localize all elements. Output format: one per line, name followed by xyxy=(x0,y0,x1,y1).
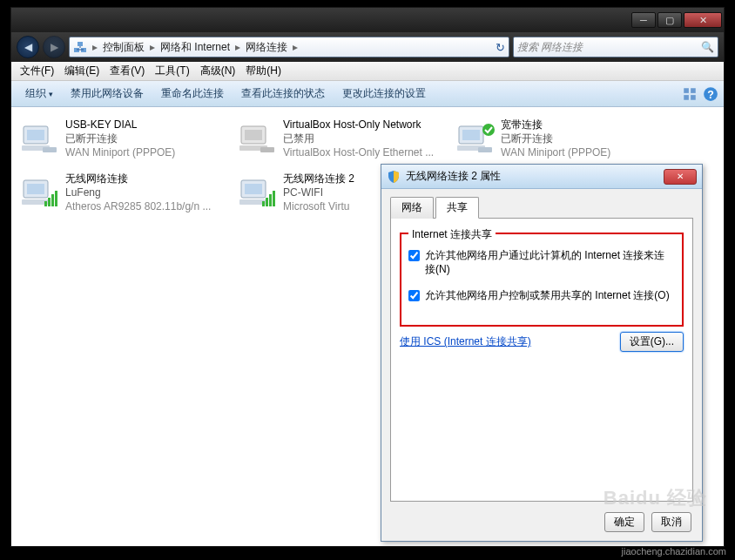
breadcrumb[interactable]: ▸ 控制面板 ▸ 网络和 Internet ▸ 网络连接 ▸ ↻ xyxy=(69,37,509,57)
disable-device-button[interactable]: 禁用此网络设备 xyxy=(62,86,152,101)
chevron-right-icon: ▸ xyxy=(291,41,300,53)
connection-name: VirtualBox Host-Only Network xyxy=(283,118,434,132)
tab-network[interactable]: 网络 xyxy=(390,197,434,219)
svg-rect-6 xyxy=(691,95,696,100)
back-button[interactable]: ◀ xyxy=(17,36,39,58)
connection-status: LuFeng xyxy=(65,186,211,199)
search-input[interactable]: 搜索 网络连接 🔍 xyxy=(513,37,718,57)
svg-rect-32 xyxy=(262,201,265,206)
menu-view[interactable]: 查看(V) xyxy=(105,64,150,78)
menu-tools[interactable]: 工具(T) xyxy=(150,64,194,78)
group-legend: Internet 连接共享 xyxy=(408,227,496,242)
connection-icon xyxy=(238,118,278,158)
svg-rect-4 xyxy=(691,88,696,93)
svg-rect-33 xyxy=(266,198,268,206)
connection-icon xyxy=(238,172,278,212)
connection-text: 无线网络连接 2PC-WIFIMicrosoft Virtu xyxy=(278,172,354,213)
ics-group: Internet 连接共享 允许其他网络用户通过此计算机的 Internet 连… xyxy=(400,233,684,327)
svg-point-21 xyxy=(482,124,495,136)
chevron-right-icon: ▸ xyxy=(233,41,242,53)
chevron-right-icon: ▸ xyxy=(148,41,157,53)
svg-rect-35 xyxy=(273,191,275,206)
address-bar: ◀ ▶ ▸ 控制面板 ▸ 网络和 Internet ▸ 网络连接 ▸ ↻ 搜索 … xyxy=(11,32,724,62)
menu-bar: 文件(F) 编辑(E) 查看(V) 工具(T) 高级(N) 帮助(H) xyxy=(11,62,724,81)
command-bar: 组织 禁用此网络设备 重命名此连接 查看此连接的状态 更改此连接的设置 ? xyxy=(11,81,724,107)
settings-button[interactable]: 设置(G)... xyxy=(620,332,684,352)
shield-icon xyxy=(387,170,401,184)
svg-text:?: ? xyxy=(707,88,714,100)
menu-advanced[interactable]: 高级(N) xyxy=(195,64,241,78)
dialog-footer: 确定 取消 xyxy=(381,505,702,541)
connection-device: Atheros AR9285 802.11b/g/n ... xyxy=(65,199,211,213)
connection-status: 已断开连接 xyxy=(501,132,610,145)
menu-help[interactable]: 帮助(H) xyxy=(240,64,287,78)
connection-name: 无线网络连接 2 xyxy=(283,172,354,186)
refresh-icon[interactable]: ↻ xyxy=(496,41,505,54)
dialog-close-button[interactable]: ✕ xyxy=(664,169,697,185)
change-settings-button[interactable]: 更改此连接的设置 xyxy=(334,86,435,101)
svg-rect-16 xyxy=(260,147,274,152)
dialog-titlebar: 无线网络连接 2 属性 ✕ xyxy=(381,165,702,189)
ics-link-row: 使用 ICS (Internet 连接共享) 设置(G)... xyxy=(400,332,684,352)
ics-link[interactable]: 使用 ICS (Internet 连接共享) xyxy=(400,334,531,349)
connection-icon xyxy=(20,118,60,158)
maximize-button[interactable]: ▢ xyxy=(657,12,682,28)
minimize-button[interactable]: ─ xyxy=(631,12,656,28)
connection-item[interactable]: VirtualBox Host-Only Network已禁用VirtualBo… xyxy=(233,114,450,163)
svg-rect-12 xyxy=(43,147,57,152)
search-icon: 🔍 xyxy=(701,41,714,53)
watermark-url: jiaocheng.chazidian.com xyxy=(622,546,726,557)
forward-button[interactable]: ▶ xyxy=(43,36,65,58)
connection-text: 宽带连接已断开连接WAN Miniport (PPPOE) xyxy=(496,118,610,159)
connection-status: 已断开连接 xyxy=(65,132,175,145)
crumb-network-internet[interactable]: 网络和 Internet xyxy=(157,40,233,55)
ok-button[interactable]: 确定 xyxy=(604,512,644,532)
allow-control-checkbox[interactable] xyxy=(408,290,420,301)
titlebar: ─ ▢ ✕ xyxy=(11,8,724,32)
svg-rect-28 xyxy=(55,191,57,206)
chevron-right-icon: ▸ xyxy=(91,41,99,53)
tab-strip: 网络 共享 xyxy=(390,197,693,219)
organize-button[interactable]: 组织 xyxy=(17,86,62,101)
svg-rect-14 xyxy=(245,130,262,140)
connection-icon xyxy=(20,172,60,212)
tab-share[interactable]: 共享 xyxy=(435,197,479,219)
connection-item[interactable]: 宽带连接已断开连接WAN Miniport (PPPOE) xyxy=(450,114,668,163)
connection-item[interactable]: USB-KEY DIAL已断开连接WAN Miniport (PPPOE) xyxy=(15,114,233,163)
svg-rect-34 xyxy=(269,194,272,206)
crumb-control-panel[interactable]: 控制面板 xyxy=(99,40,148,55)
help-icon[interactable]: ? xyxy=(703,86,718,102)
connection-device: Microsoft Virtu xyxy=(283,199,354,213)
svg-rect-23 xyxy=(27,184,44,194)
allow-connect-label: 允许其他网络用户通过此计算机的 Internet 连接来连接(N) xyxy=(425,248,675,276)
svg-rect-26 xyxy=(48,198,51,206)
connection-item[interactable]: 无线网络连接LuFengAtheros AR9285 802.11b/g/n .… xyxy=(15,168,233,217)
connection-icon xyxy=(455,118,496,158)
svg-rect-25 xyxy=(44,201,47,206)
view-options-icon[interactable] xyxy=(682,86,698,102)
crumb-network-connections[interactable]: 网络连接 xyxy=(242,40,291,55)
network-icon xyxy=(73,40,87,54)
svg-rect-20 xyxy=(478,147,492,152)
allow-connect-checkbox[interactable] xyxy=(408,250,420,261)
svg-rect-18 xyxy=(462,130,480,140)
close-button[interactable]: ✕ xyxy=(684,12,722,28)
view-status-button[interactable]: 查看此连接的状态 xyxy=(233,86,334,101)
svg-rect-3 xyxy=(684,88,689,93)
dialog-body: 网络 共享 Internet 连接共享 允许其他网络用户通过此计算机的 Inte… xyxy=(381,189,702,505)
svg-rect-30 xyxy=(245,184,262,194)
connection-text: USB-KEY DIAL已断开连接WAN Miniport (PPPOE) xyxy=(60,118,175,159)
cancel-button[interactable]: 取消 xyxy=(651,512,691,532)
svg-rect-27 xyxy=(51,194,54,206)
connection-name: 无线网络连接 xyxy=(65,172,211,186)
connection-device: WAN Miniport (PPPOE) xyxy=(65,145,175,159)
menu-edit[interactable]: 编辑(E) xyxy=(59,64,105,78)
connection-text: VirtualBox Host-Only Network已禁用VirtualBo… xyxy=(278,118,434,159)
menu-file[interactable]: 文件(F) xyxy=(15,64,59,78)
connection-status: 已禁用 xyxy=(283,132,434,145)
allow-control-label: 允许其他网络用户控制或禁用共享的 Internet 连接(O) xyxy=(425,288,670,302)
connection-status: PC-WIFI xyxy=(283,186,354,199)
connection-text: 无线网络连接LuFengAtheros AR9285 802.11b/g/n .… xyxy=(60,172,211,213)
connection-name: USB-KEY DIAL xyxy=(65,118,175,132)
rename-connection-button[interactable]: 重命名此连接 xyxy=(152,86,233,101)
